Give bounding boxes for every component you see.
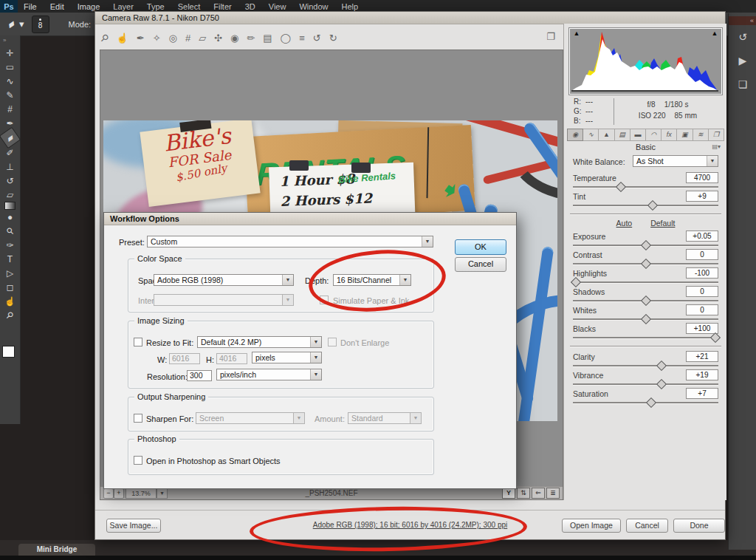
- highlight-clipping-icon[interactable]: ▲: [709, 30, 720, 38]
- history-panel-icon[interactable]: ↺: [738, 31, 747, 43]
- slider-value[interactable]: 0: [686, 286, 718, 297]
- shadow-clipping-icon[interactable]: ▲: [571, 30, 582, 38]
- targeted-adjustment-tool-icon[interactable]: ◎: [169, 33, 177, 44]
- crop-tool-icon[interactable]: #: [3, 102, 17, 116]
- hand-tool-icon[interactable]: ☝: [117, 33, 128, 44]
- preset-dropdown-arrow-icon[interactable]: ▾: [19, 18, 24, 30]
- basic-panel-menu-icon[interactable]: ▤▾: [712, 143, 721, 150]
- slider-value[interactable]: -100: [686, 267, 718, 279]
- resolution-input[interactable]: 300: [187, 370, 212, 381]
- tab-effects-icon[interactable]: fx: [662, 129, 677, 141]
- preview-mode-icon[interactable]: Y: [502, 488, 515, 499]
- type-tool-icon[interactable]: T: [3, 252, 17, 266]
- swap-before-after-icon[interactable]: ⇅: [517, 488, 530, 499]
- default-link[interactable]: Default: [650, 219, 675, 228]
- slider-thumb[interactable]: [646, 397, 656, 408]
- rotate-right-icon[interactable]: ↻: [329, 33, 337, 44]
- mini-bridge-tab[interactable]: Mini Bridge: [18, 544, 95, 556]
- slider-track[interactable]: [573, 365, 718, 367]
- slider-track[interactable]: [573, 281, 718, 284]
- tab-presets-icon[interactable]: ≋: [693, 129, 709, 141]
- preset-select[interactable]: Custom ▼: [147, 236, 433, 247]
- cancel-button[interactable]: Cancel: [626, 519, 668, 533]
- crop-tool-icon[interactable]: #: [185, 33, 190, 44]
- sharpen-for-checkbox[interactable]: [134, 414, 142, 423]
- graduated-filter-tool-icon[interactable]: ▤: [263, 33, 272, 44]
- toolbar-collapse-icon[interactable]: »: [3, 37, 6, 44]
- slider-value[interactable]: +7: [686, 388, 718, 399]
- tab-hsl-grayscale-icon[interactable]: ▤: [615, 129, 630, 141]
- menu-type[interactable]: Type: [147, 2, 165, 11]
- brush-tool-icon[interactable]: ✐: [3, 146, 17, 160]
- resolution-unit-select[interactable]: pixels/inch ▼: [216, 369, 322, 380]
- auto-link[interactable]: Auto: [616, 219, 633, 228]
- slider-track[interactable]: [573, 205, 718, 207]
- path-selection-tool-icon[interactable]: ▷: [3, 266, 17, 280]
- slider-value[interactable]: +19: [686, 369, 718, 380]
- slider-value[interactable]: +9: [686, 191, 718, 202]
- straighten-tool-icon[interactable]: ▱: [199, 33, 206, 44]
- menu-view[interactable]: View: [269, 2, 286, 11]
- actions-panel-icon[interactable]: ▶: [739, 55, 747, 66]
- gradient-tool-icon[interactable]: [4, 202, 16, 210]
- tab-camera-calibration-icon[interactable]: ▣: [677, 129, 693, 141]
- white-balance-tool-icon[interactable]: ✒: [137, 33, 145, 44]
- spot-removal-tool-icon[interactable]: ✣: [214, 33, 222, 44]
- slider-track[interactable]: [573, 300, 718, 302]
- menu-file[interactable]: File: [24, 2, 37, 11]
- smart-objects-checkbox[interactable]: [134, 456, 142, 465]
- zoom-tool-icon[interactable]: ⚲: [98, 31, 111, 44]
- rotate-left-icon[interactable]: ↺: [313, 33, 321, 44]
- healing-brush-preset-icon[interactable]: ▰: [5, 17, 18, 30]
- layers-panel-icon[interactable]: ❏: [738, 78, 748, 90]
- eraser-tool-icon[interactable]: ▱: [3, 188, 17, 202]
- dialog-cancel-button[interactable]: Cancel: [455, 257, 506, 272]
- history-brush-tool-icon[interactable]: ↺: [3, 174, 17, 188]
- adjustment-brush-tool-icon[interactable]: ✏: [247, 33, 255, 44]
- zoom-tool-icon[interactable]: ⚲: [0, 305, 20, 325]
- tab-split-toning-icon[interactable]: ▬: [630, 129, 646, 141]
- slider-value[interactable]: 0: [686, 249, 718, 260]
- size-unit-select[interactable]: pixels ▼: [252, 352, 322, 363]
- dialog-title-bar[interactable]: Workflow Options: [104, 213, 516, 225]
- open-image-button[interactable]: Open Image: [562, 519, 621, 533]
- move-tool-icon[interactable]: ✛: [3, 46, 17, 60]
- slider-track[interactable]: [573, 318, 718, 321]
- slider-value[interactable]: 4700: [686, 172, 718, 183]
- marquee-tool-icon[interactable]: ▭: [3, 60, 17, 74]
- ok-button[interactable]: OK: [455, 239, 506, 255]
- slider-value[interactable]: +100: [686, 323, 718, 334]
- color-sampler-tool-icon[interactable]: ✧: [153, 33, 161, 44]
- tab-tone-curve-icon[interactable]: ∿: [583, 129, 599, 141]
- red-eye-removal-tool-icon[interactable]: ◉: [230, 33, 238, 44]
- slider-value[interactable]: +0.05: [686, 231, 718, 242]
- done-button[interactable]: Done: [673, 519, 725, 533]
- menu-edit[interactable]: Edit: [50, 2, 64, 11]
- toggle-fullscreen-icon[interactable]: ❐: [546, 31, 555, 42]
- tool-preset-picker[interactable]: ▰▾: [7, 18, 24, 30]
- slider-track[interactable]: [573, 402, 718, 404]
- menu-help[interactable]: Help: [342, 2, 359, 11]
- resize-to-fit-checkbox[interactable]: [134, 338, 142, 346]
- slider-track[interactable]: [573, 337, 718, 339]
- slider-track[interactable]: [573, 245, 718, 247]
- radial-filter-tool-icon[interactable]: ◯: [281, 33, 292, 44]
- menu-image[interactable]: Image: [78, 2, 100, 11]
- tab-lens-corrections-icon[interactable]: ◠: [646, 129, 662, 141]
- menu-select[interactable]: Select: [178, 2, 201, 11]
- foreground-color-swatch[interactable]: [2, 346, 15, 358]
- quick-selection-tool-icon[interactable]: ✎: [3, 88, 17, 102]
- slider-track[interactable]: [573, 263, 718, 265]
- clone-stamp-tool-icon[interactable]: ⊥: [3, 160, 17, 174]
- copy-settings-icon[interactable]: ⇐: [532, 488, 545, 499]
- toggle-filmstrip-icon[interactable]: ≣: [546, 488, 560, 499]
- slider-track[interactable]: [573, 186, 718, 188]
- menu-filter[interactable]: Filter: [213, 2, 231, 11]
- slider-thumb[interactable]: [710, 332, 721, 343]
- tab-snapshots-icon[interactable]: ❐: [709, 129, 724, 141]
- collapse-panels-icon[interactable]: «: [729, 16, 756, 25]
- shape-tool-icon[interactable]: ◻: [3, 280, 17, 294]
- lasso-tool-icon[interactable]: ∿: [3, 74, 17, 88]
- menu-3d[interactable]: 3D: [245, 2, 255, 11]
- slider-value[interactable]: +21: [686, 351, 718, 362]
